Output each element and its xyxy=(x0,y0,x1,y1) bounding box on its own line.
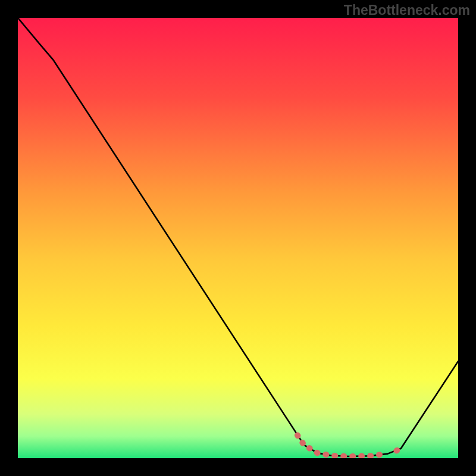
attribution-label: TheBottleneck.com xyxy=(344,2,470,18)
gradient-background xyxy=(18,18,458,458)
bottleneck-svg xyxy=(18,18,458,458)
chart-container: TheBottleneck.com xyxy=(0,0,476,476)
plot-area xyxy=(18,18,458,458)
